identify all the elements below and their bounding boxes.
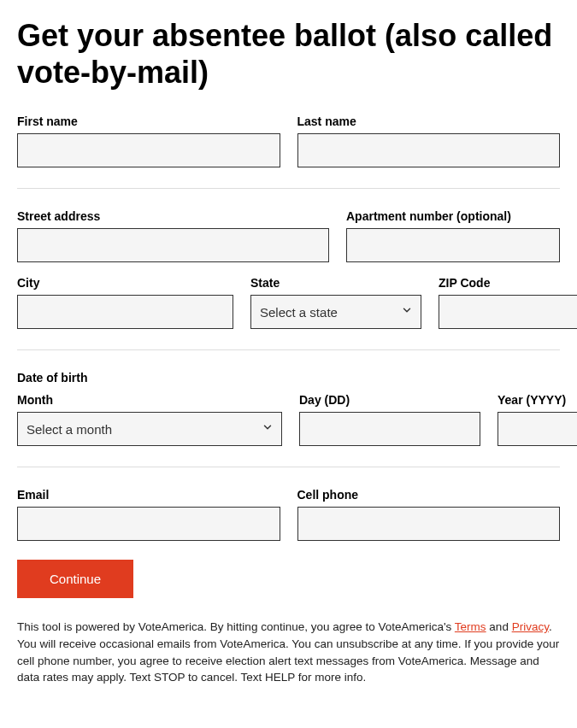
cell-phone-input[interactable] (297, 507, 561, 541)
street-address-label: Street address (17, 209, 329, 223)
divider (17, 349, 560, 350)
city-input[interactable] (17, 295, 233, 329)
first-name-input[interactable] (17, 133, 280, 167)
page-title: Get your absentee ballot (also called vo… (17, 17, 560, 91)
day-label: Day (DD) (299, 393, 480, 407)
last-name-input[interactable] (297, 133, 561, 167)
dob-section-label: Date of birth (17, 371, 560, 385)
email-input[interactable] (17, 507, 280, 541)
divider (17, 188, 560, 189)
zip-input[interactable] (439, 295, 577, 329)
email-label: Email (17, 488, 280, 502)
city-label: City (17, 276, 233, 290)
month-label: Month (17, 393, 282, 407)
first-name-label: First name (17, 114, 280, 128)
cell-phone-label: Cell phone (297, 488, 561, 502)
state-select[interactable]: Select a state (250, 295, 421, 329)
apartment-label: Apartment number (optional) (346, 209, 560, 223)
day-input[interactable] (299, 412, 480, 446)
street-address-input[interactable] (17, 228, 329, 262)
last-name-label: Last name (297, 114, 561, 128)
year-label: Year (YYYY) (498, 393, 577, 407)
disclaimer-text: This tool is powered by VoteAmerica. By … (17, 619, 560, 685)
privacy-link[interactable]: Privacy (512, 620, 549, 633)
state-label: State (250, 276, 421, 290)
terms-link[interactable]: Terms (455, 620, 486, 633)
divider (17, 467, 560, 467)
month-select[interactable]: Select a month (17, 412, 282, 446)
year-input[interactable] (498, 412, 577, 446)
continue-button[interactable]: Continue (17, 560, 133, 598)
apartment-input[interactable] (346, 228, 560, 262)
zip-label: ZIP Code (439, 276, 577, 290)
